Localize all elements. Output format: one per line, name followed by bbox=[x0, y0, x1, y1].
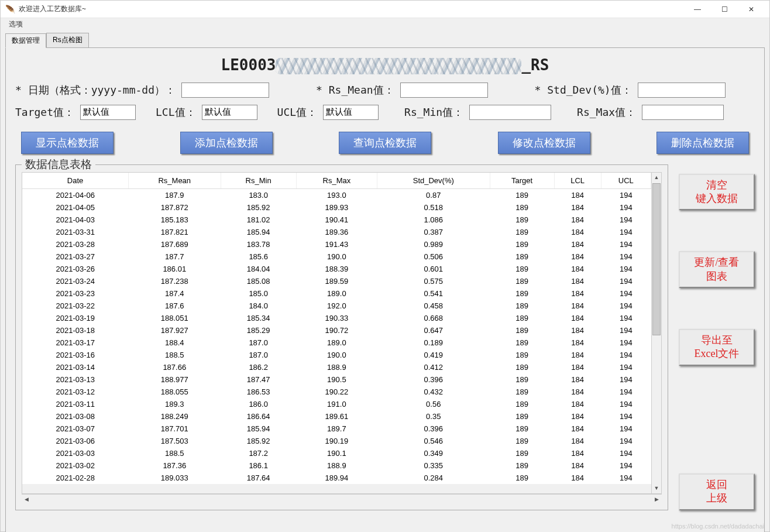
add-data-button[interactable]: 添加点检数据 bbox=[180, 132, 273, 154]
column-header[interactable]: Rs_Max bbox=[296, 173, 377, 189]
table-cell: 194 bbox=[601, 410, 651, 423]
table-row[interactable]: 2021-03-02187.36186.1188.90.335189184194 bbox=[22, 459, 651, 472]
table-cell: 188.055 bbox=[129, 386, 221, 398]
table-row[interactable]: 2021-03-11189.3186.0191.00.56189184194 bbox=[22, 398, 651, 410]
table-cell: 2021-04-06 bbox=[22, 188, 129, 201]
delete-data-button[interactable]: 删除点检数据 bbox=[656, 132, 749, 154]
table-cell: 194 bbox=[601, 386, 651, 398]
table-row[interactable]: 2021-03-17188.4187.0189.00.189189184194 bbox=[22, 337, 651, 349]
column-header[interactable]: Date bbox=[22, 173, 129, 189]
table-cell: 194 bbox=[601, 337, 651, 349]
table-cell: 189 bbox=[490, 238, 554, 250]
table-row[interactable]: 2021-03-23187.4185.0189.00.541189184194 bbox=[22, 287, 651, 300]
menu-options[interactable]: 选项 bbox=[5, 18, 26, 30]
tab-rs-chart[interactable]: Rs点检图 bbox=[46, 33, 89, 47]
table-cell: 0.458 bbox=[377, 300, 490, 312]
table-cell: 187.701 bbox=[129, 423, 221, 435]
query-data-button[interactable]: 查询点检数据 bbox=[339, 132, 431, 154]
table-cell: 190.22 bbox=[296, 386, 377, 398]
table-row[interactable]: 2021-03-07187.701185.94189.70.3961891841… bbox=[22, 423, 651, 435]
table-row[interactable]: 2021-04-06187.9183.0193.00.87189184194 bbox=[22, 188, 651, 201]
back-button[interactable]: 返回 上级 bbox=[679, 473, 755, 510]
close-button[interactable]: ✕ bbox=[738, 1, 765, 18]
table-cell: 190.72 bbox=[296, 324, 377, 337]
table-cell: 189 bbox=[490, 459, 554, 472]
table-row[interactable]: 2021-03-31187.821185.94189.360.387189184… bbox=[22, 226, 651, 238]
table-cell: 184 bbox=[554, 214, 601, 226]
table-cell: 184 bbox=[554, 398, 601, 410]
export-excel-button[interactable]: 导出至 Excel文件 bbox=[679, 329, 755, 366]
scroll-up-icon[interactable]: ▲ bbox=[652, 173, 661, 183]
table-cell: 2021-03-06 bbox=[22, 435, 129, 447]
tab-data-mgmt[interactable]: 数据管理 bbox=[5, 33, 46, 48]
table-cell: 1.086 bbox=[377, 214, 490, 226]
lcl-input[interactable] bbox=[202, 105, 257, 120]
scroll-right-icon[interactable]: ▶ bbox=[652, 495, 662, 504]
table-cell: 0.189 bbox=[377, 337, 490, 349]
clear-input-button[interactable]: 清空 键入数据 bbox=[679, 174, 755, 211]
table-row[interactable]: 2021-03-28187.689183.78191.430.989189184… bbox=[22, 238, 651, 250]
menubar: 选项 bbox=[1, 18, 769, 30]
date-label: * 日期（格式：yyyy-mm-dd）： bbox=[15, 83, 176, 97]
table-row[interactable]: 2021-03-12188.055186.53190.220.432189184… bbox=[22, 386, 651, 398]
table-row[interactable]: 2021-03-14187.66186.2188.90.412189184194 bbox=[22, 361, 651, 373]
column-header[interactable]: Rs_Min bbox=[221, 173, 296, 189]
table-row[interactable]: 2021-03-13188.977187.47190.50.3961891841… bbox=[22, 373, 651, 386]
table-cell: 2021-03-07 bbox=[22, 423, 129, 435]
date-input[interactable] bbox=[181, 83, 269, 98]
horizontal-scrollbar[interactable]: ◀ ▶ bbox=[22, 494, 662, 504]
table-cell: 0.284 bbox=[377, 472, 490, 484]
table-cell: 185.6 bbox=[221, 250, 296, 263]
table-cell: 187.4 bbox=[129, 287, 221, 300]
column-header[interactable]: Rs_Mean bbox=[129, 173, 221, 189]
target-input[interactable] bbox=[80, 105, 136, 120]
table-cell: 194 bbox=[601, 300, 651, 312]
column-header[interactable]: Target bbox=[490, 173, 554, 189]
table-cell: 187.927 bbox=[129, 324, 221, 337]
table-row[interactable]: 2021-03-19188.051185.34190.330.668189184… bbox=[22, 312, 651, 324]
table-row[interactable]: 2021-03-03188.5187.2190.10.349189184194 bbox=[22, 447, 651, 459]
scroll-thumb[interactable] bbox=[652, 183, 661, 335]
table-row[interactable]: 2021-03-22187.6184.0192.00.458189184194 bbox=[22, 300, 651, 312]
table-row[interactable]: 2021-02-28189.033187.64189.940.284189184… bbox=[22, 472, 651, 484]
minimize-button[interactable]: — bbox=[684, 1, 711, 18]
rs-mean-input[interactable] bbox=[400, 83, 488, 98]
scroll-left-icon[interactable]: ◀ bbox=[22, 495, 32, 504]
column-header[interactable]: UCL bbox=[601, 173, 651, 189]
table-row[interactable]: 2021-03-16188.5187.0190.00.419189184194 bbox=[22, 349, 651, 361]
table-cell: 2021-03-12 bbox=[22, 386, 129, 398]
table-cell: 0.419 bbox=[377, 349, 490, 361]
table-cell: 185.08 bbox=[221, 275, 296, 287]
maximize-button[interactable]: ☐ bbox=[711, 1, 738, 18]
table-cell: 2021-03-31 bbox=[22, 226, 129, 238]
refresh-chart-button[interactable]: 更新/查看 图表 bbox=[679, 251, 755, 288]
table-cell: 194 bbox=[601, 447, 651, 459]
rs-max-input[interactable] bbox=[642, 105, 724, 120]
table-row[interactable]: 2021-03-06187.503185.92190.190.546189184… bbox=[22, 435, 651, 447]
rs-max-label: Rs_Max值： bbox=[577, 105, 636, 119]
rs-mean-label: * Rs_Mean值： bbox=[316, 83, 394, 97]
table-row[interactable]: 2021-04-03185.183181.02190.411.086189184… bbox=[22, 214, 651, 226]
table-cell: 0.575 bbox=[377, 275, 490, 287]
table-row[interactable]: 2021-03-26186.01184.04188.390.6011891841… bbox=[22, 263, 651, 275]
ucl-input[interactable] bbox=[323, 105, 379, 120]
table-row[interactable]: 2021-04-05187.872185.92189.930.518189184… bbox=[22, 201, 651, 214]
scroll-down-icon[interactable]: ▼ bbox=[652, 483, 661, 493]
table-row[interactable]: 2021-03-08188.249186.64189.610.351891841… bbox=[22, 410, 651, 423]
rs-min-input[interactable] bbox=[469, 105, 551, 120]
table-cell: 0.541 bbox=[377, 287, 490, 300]
table-row[interactable]: 2021-03-24187.238185.08189.590.575189184… bbox=[22, 275, 651, 287]
table-row[interactable]: 2021-03-27187.7185.6190.00.506189184194 bbox=[22, 250, 651, 263]
column-header[interactable]: Std_Dev(%) bbox=[377, 173, 490, 189]
modify-data-button[interactable]: 修改点检数据 bbox=[498, 132, 590, 154]
table-cell: 2021-03-14 bbox=[22, 361, 129, 373]
std-dev-input[interactable] bbox=[638, 83, 726, 98]
table-cell: 189 bbox=[490, 287, 554, 300]
vertical-scrollbar[interactable]: ▲ ▼ bbox=[651, 173, 661, 493]
show-data-button[interactable]: 显示点检数据 bbox=[21, 132, 114, 154]
table-cell: 190.33 bbox=[296, 312, 377, 324]
table-cell: 188.4 bbox=[129, 337, 221, 349]
table-cell: 2021-02-28 bbox=[22, 472, 129, 484]
table-row[interactable]: 2021-03-18187.927185.29190.720.647189184… bbox=[22, 324, 651, 337]
column-header[interactable]: LCL bbox=[554, 173, 601, 189]
